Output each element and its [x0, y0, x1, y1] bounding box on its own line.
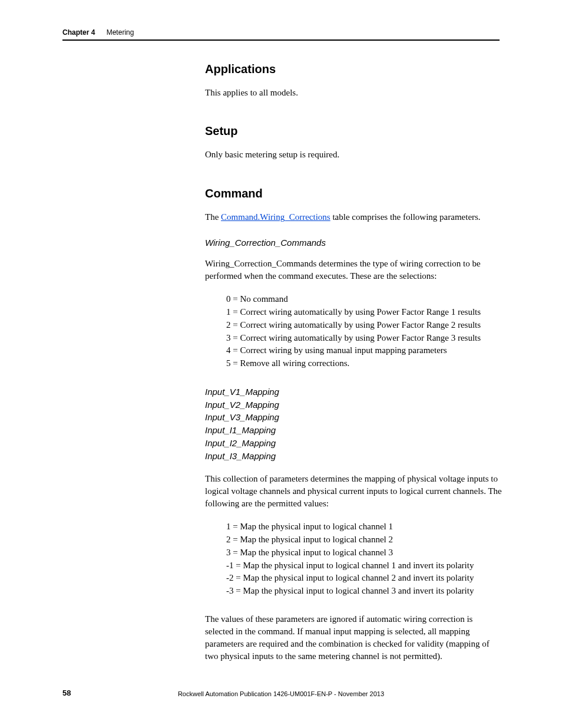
label-input-v2-mapping: Input_V2_Mapping: [205, 398, 502, 411]
option-line: 5 = Remove all wiring corrections.: [226, 357, 502, 370]
label-input-i1-mapping: Input_I1_Mapping: [205, 424, 502, 437]
option-line: 2 = Correct wiring automatically by usin…: [226, 319, 502, 332]
heading-applications: Applications: [205, 62, 502, 76]
label-input-i2-mapping: Input_I2_Mapping: [205, 437, 502, 450]
body-applications: This applies to all models.: [205, 87, 502, 98]
subheading-wiring-correction-commands: Wiring_Correction_Commands: [205, 237, 502, 249]
options-wiring-correction-commands: 0 = No command 1 = Correct wiring automa…: [205, 293, 502, 370]
document-page: Chapter 4 Metering Applications This app…: [0, 0, 562, 728]
option-line: 3 = Map the physical input to logical ch…: [226, 546, 502, 559]
chapter-title: Metering: [107, 28, 134, 37]
body-setup: Only basic metering setup is required.: [205, 149, 502, 160]
option-line: 3 = Correct wiring automatically by usin…: [226, 332, 502, 345]
option-line: -3 = Map the physical input to logical c…: [226, 585, 502, 598]
label-input-v3-mapping: Input_V3_Mapping: [205, 411, 502, 424]
label-input-v1-mapping: Input_V1_Mapping: [205, 386, 502, 398]
subheading-input-mappings: Input_V1_Mapping Input_V2_Mapping Input_…: [205, 386, 502, 463]
options-input-mappings: 1 = Map the physical input to logical ch…: [205, 521, 502, 598]
option-line: 1 = Map the physical input to logical ch…: [226, 521, 502, 533]
chapter-label: Chapter 4: [62, 28, 95, 37]
lead-post: table comprises the following parameters…: [330, 212, 481, 222]
option-line: -1 = Map the physical input to logical c…: [226, 559, 502, 572]
desc-wiring-correction-commands: Wiring_Correction_Commands determines th…: [205, 258, 502, 282]
heading-command: Command: [205, 187, 502, 200]
heading-setup: Setup: [205, 124, 502, 138]
option-line: -2 = Map the physical input to logical c…: [226, 572, 502, 585]
note-input-mappings: The values of these parameters are ignor…: [205, 613, 502, 663]
label-input-i3-mapping: Input_I3_Mapping: [205, 450, 502, 463]
running-head: Chapter 4 Metering: [62, 28, 500, 41]
option-line: 4 = Correct wiring by using manual input…: [226, 344, 502, 357]
body-command-lead: The Command.Wiring_Corrections table com…: [205, 211, 502, 223]
option-line: 1 = Correct wiring automatically by usin…: [226, 306, 502, 319]
lead-pre: The: [205, 212, 221, 222]
option-line: 2 = Map the physical input to logical ch…: [226, 533, 502, 546]
desc-input-mappings: This collection of parameters determines…: [205, 473, 502, 510]
option-line: 0 = No command: [226, 293, 502, 306]
link-command-wiring-corrections[interactable]: Command.Wiring_Corrections: [221, 212, 330, 222]
publication-info: Rockwell Automation Publication 1426-UM0…: [0, 690, 562, 697]
main-content: Applications This applies to all models.…: [205, 62, 502, 673]
